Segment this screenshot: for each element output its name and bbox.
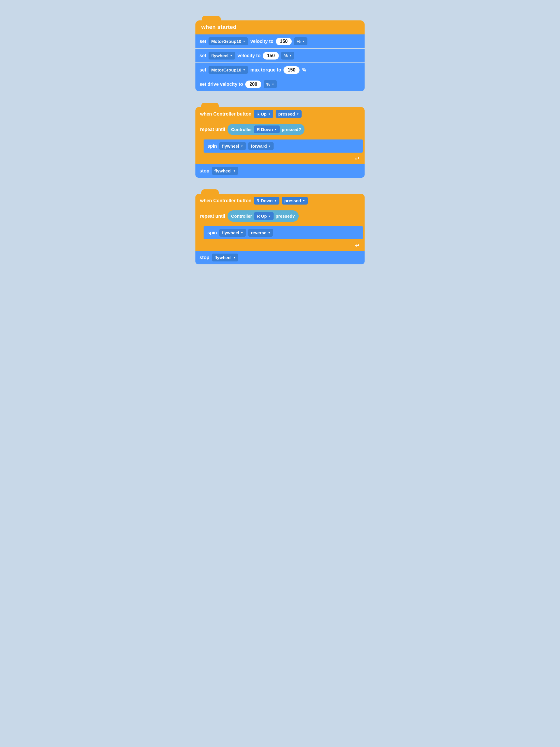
rup-dropdown-3[interactable]: R Up ▼	[254, 212, 273, 220]
spin-row-2: spin flywheel ▼ forward ▼	[204, 139, 363, 153]
value-text-2: 150	[267, 53, 275, 58]
dropdown-arrow: ▼	[296, 113, 299, 115]
dropdown-arrow: ▼	[243, 40, 245, 43]
flywheel-dd-3[interactable]: flywheel ▼	[219, 229, 246, 237]
flywheel-text-2: flywheel	[222, 144, 239, 149]
group2-controller-rup: when Controller button R Up ▼ pressed ▼ …	[195, 107, 365, 178]
rdown-dropdown-2[interactable]: R Down ▼	[254, 126, 280, 133]
motorgroup10-dropdown-2[interactable]: MotorGroup10 ▼	[209, 66, 248, 74]
hat-block-when-started[interactable]: when started	[195, 20, 365, 34]
set-label-3: set	[199, 68, 206, 73]
spin-label-3: spin	[207, 230, 217, 235]
forward-text-2: forward	[251, 144, 267, 149]
inner-rows-2: spin flywheel ▼ forward ▼	[195, 138, 365, 154]
dropdown-arrow: ▼	[233, 170, 236, 173]
rdown-button-dropdown[interactable]: R Down ▼	[254, 197, 279, 205]
max-torque-label: max torque to	[250, 68, 281, 73]
flywheel-stop-dd-2[interactable]: flywheel ▼	[212, 167, 238, 175]
repeat-until-row-3: repeat until Controller R Up ▼ pressed?	[195, 207, 365, 225]
dropdown-arrow: ▼	[268, 215, 271, 218]
forward-dd-2[interactable]: forward ▼	[248, 142, 273, 150]
flywheel-dropdown-1[interactable]: flywheel ▼	[209, 52, 235, 59]
cmd-row-3: set MotorGroup10 ▼ max torque to 150 %	[195, 63, 365, 77]
value-150-1[interactable]: 150	[276, 37, 292, 45]
flywheel-stop-dd-3[interactable]: flywheel ▼	[212, 254, 238, 261]
velocity-to-label-1: velocity to	[250, 39, 273, 44]
set-label-2: set	[199, 53, 206, 58]
stop-row-3: stop flywheel ▼	[195, 251, 365, 264]
rdown-button-label: R Down	[257, 198, 273, 203]
spin-label-2: spin	[207, 144, 217, 149]
motorgroup10-dropdown-1[interactable]: MotorGroup10 ▼	[209, 37, 248, 45]
percent-label-4: %	[266, 82, 270, 87]
motorgroup10-label-2: MotorGroup10	[211, 68, 241, 72]
repeat-until-label-3: repeat until	[200, 213, 225, 219]
page-wrapper: when started set MotorGroup10 ▼ velocity…	[18, 12, 542, 273]
pressed-dropdown-3[interactable]: pressed ▼	[282, 197, 308, 205]
flywheel-dd-2[interactable]: flywheel ▼	[219, 142, 246, 150]
percent-dropdown-2[interactable]: % ▼	[281, 52, 294, 59]
flywheel-stop-text-3: flywheel	[214, 255, 232, 260]
dropdown-arrow: ▼	[302, 199, 305, 202]
hat-block-rup[interactable]: when Controller button R Up ▼ pressed ▼	[195, 107, 365, 121]
motorgroup10-label-1: MotorGroup10	[211, 39, 241, 44]
cmd-row-4: set drive velocity to 200 % ▼	[195, 77, 365, 91]
dropdown-arrow: ▼	[233, 256, 236, 259]
dropdown-arrow: ▼	[271, 83, 274, 86]
orange-container-2: repeat until Controller R Down ▼ pressed…	[195, 121, 365, 164]
spin-row-3: spin flywheel ▼ reverse ▼	[204, 226, 363, 239]
repeat-until-row-2: repeat until Controller R Down ▼ pressed…	[195, 121, 365, 138]
ctrl-label-3: Controller	[231, 213, 252, 218]
hat-block-rdown[interactable]: when Controller button R Down ▼ pressed …	[195, 194, 365, 207]
pressed-q-label-3: pressed?	[276, 213, 295, 218]
loop-footer-3: ↵	[195, 241, 365, 251]
command-rows: set MotorGroup10 ▼ velocity to 150 % ▼	[195, 34, 365, 91]
dropdown-arrow: ▼	[268, 145, 271, 148]
loop-arrow-icon: ↵	[355, 155, 360, 162]
orange-container-3: repeat until Controller R Up ▼ pressed? …	[195, 207, 365, 251]
value-150-2[interactable]: 150	[263, 52, 279, 59]
percent-label-1: %	[297, 39, 300, 44]
dropdown-arrow: ▼	[268, 113, 271, 115]
loop-footer-2: ↵	[195, 154, 365, 164]
rdown-label: R Down	[257, 127, 273, 132]
value-150-3[interactable]: 150	[284, 66, 299, 74]
percent-dropdown-1[interactable]: % ▼	[294, 37, 307, 45]
flywheel-text-3: flywheel	[222, 230, 239, 235]
repeat-until-label-2: repeat until	[200, 127, 225, 132]
dropdown-arrow: ▼	[274, 199, 277, 202]
value-200[interactable]: 200	[245, 80, 261, 88]
inner-rows-3: spin flywheel ▼ reverse ▼	[195, 225, 365, 241]
percent-label-3: %	[302, 68, 306, 73]
reverse-dd-3[interactable]: reverse ▼	[248, 229, 273, 237]
condition-pill-2[interactable]: Controller R Down ▼ pressed?	[228, 124, 304, 135]
cmd-row-1: set MotorGroup10 ▼ velocity to 150 % ▼	[195, 34, 365, 48]
dropdown-arrow: ▼	[268, 231, 270, 234]
when-ctrl-btn-text-3: when Controller button	[200, 198, 251, 203]
flywheel-stop-text-2: flywheel	[214, 169, 232, 173]
set-label-1: set	[199, 39, 206, 44]
value-text-4: 200	[249, 82, 257, 87]
loop-arrow-icon-3: ↵	[355, 242, 360, 249]
rup-label-3: R Up	[257, 213, 267, 218]
percent-dropdown-4[interactable]: % ▼	[264, 80, 277, 88]
rup-button-dropdown[interactable]: R Up ▼	[254, 110, 273, 118]
group1-when-started: when started set MotorGroup10 ▼ velocity…	[195, 20, 365, 91]
set-drive-label: set drive velocity to	[199, 82, 243, 87]
condition-pill-3[interactable]: Controller R Up ▼ pressed?	[228, 210, 298, 222]
pressed-label-3: pressed	[284, 198, 301, 203]
pressed-dropdown-1[interactable]: pressed ▼	[276, 110, 301, 118]
stop-label-3: stop	[199, 255, 209, 260]
stop-row-2: stop flywheel ▼	[195, 164, 365, 178]
dropdown-arrow: ▼	[289, 54, 292, 57]
when-ctrl-btn-text: when Controller button	[200, 111, 251, 117]
reverse-text-3: reverse	[251, 230, 266, 235]
dropdown-arrow: ▼	[241, 145, 243, 148]
dropdown-arrow: ▼	[243, 69, 245, 72]
flywheel-label-1: flywheel	[211, 53, 229, 58]
dropdown-arrow: ▼	[274, 128, 277, 131]
group3-controller-rdown: when Controller button R Down ▼ pressed …	[195, 194, 365, 264]
value-text-3: 150	[288, 68, 295, 72]
value-text-1: 150	[280, 39, 288, 44]
dropdown-arrow: ▼	[302, 40, 305, 43]
